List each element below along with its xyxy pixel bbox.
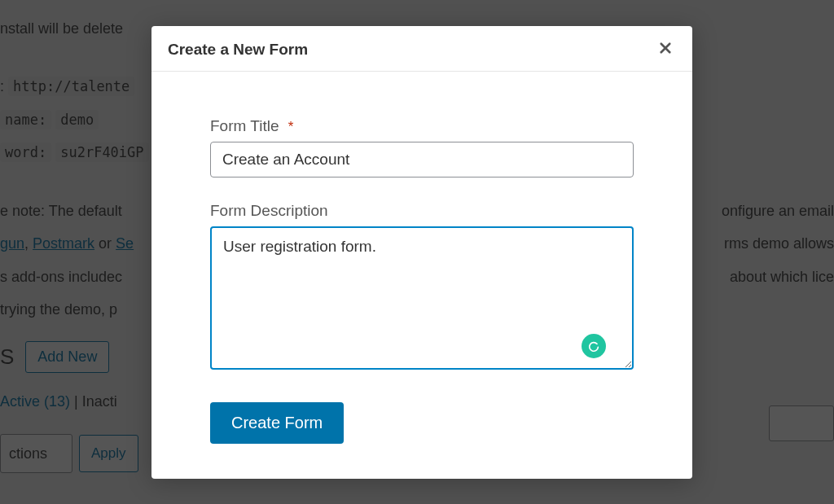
form-description-field: Form Description (210, 202, 634, 373)
form-title-input[interactable] (210, 142, 634, 177)
form-description-input[interactable] (210, 226, 634, 370)
modal-body: Form Title * Form Description Create For… (151, 72, 692, 468)
grammarly-icon[interactable] (582, 334, 606, 358)
create-form-button[interactable]: Create Form (210, 402, 344, 444)
modal-title: Create a New Form (168, 41, 308, 59)
form-title-field: Form Title * (210, 117, 634, 177)
required-indicator: * (288, 119, 294, 134)
form-description-label: Form Description (210, 202, 634, 220)
form-title-label: Form Title * (210, 117, 634, 135)
modal-header: Create a New Form (151, 26, 692, 72)
close-icon (658, 46, 673, 58)
close-button[interactable] (655, 37, 676, 61)
create-form-modal: Create a New Form Form Title * Form Desc… (151, 26, 692, 479)
